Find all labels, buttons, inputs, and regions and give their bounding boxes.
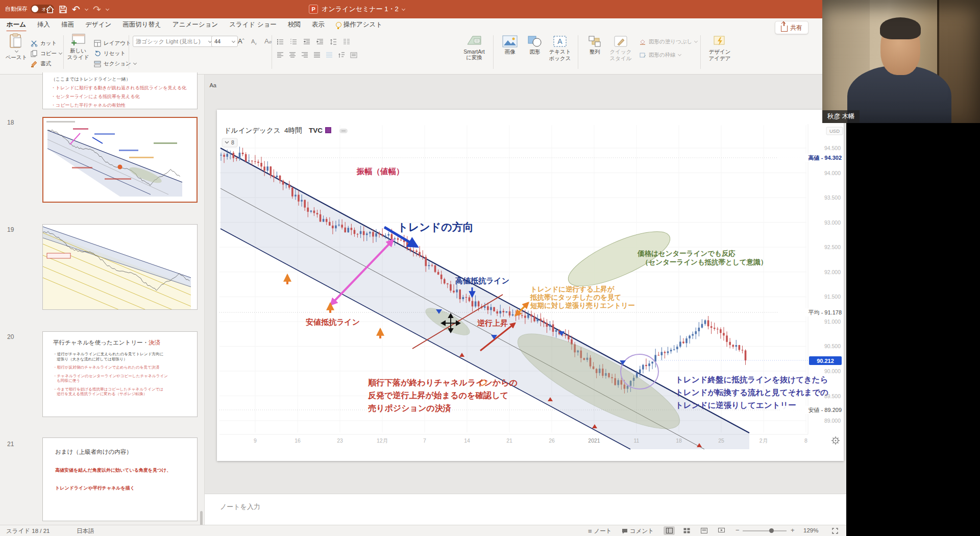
font-size-select[interactable]: 44 xyxy=(211,36,238,47)
align-right-icon[interactable] xyxy=(301,52,308,59)
tab-7[interactable]: 校閲 xyxy=(287,19,301,31)
section-dropdown-icon[interactable] xyxy=(133,61,137,65)
share-button[interactable]: 共有 xyxy=(775,21,808,34)
thumbnail-slide17-partial[interactable]: （ここまではトレンドラインと一緒）・トレンドに順行する動きが跳ね返される抵抗ライ… xyxy=(42,72,198,109)
red-exit-note[interactable]: 順行下落が終わりチャネルラインからの 反発で逆行上昇が始まるのを確認して 売りポ… xyxy=(368,378,518,413)
comments-toggle[interactable]: コメント xyxy=(622,527,654,535)
view-reading-button[interactable] xyxy=(698,526,709,535)
tab-6[interactable]: スライド ショー xyxy=(229,19,277,31)
candle-count-value: 8 xyxy=(231,139,234,145)
decrease-font-button[interactable]: Av xyxy=(251,38,257,45)
trend-direction-label[interactable]: トレンドの方向 xyxy=(397,221,473,233)
font-style-button-Aa[interactable]: Aa xyxy=(210,82,216,88)
title-dropdown-icon[interactable] xyxy=(402,7,405,10)
bullet-list-icon[interactable] xyxy=(277,38,284,45)
arrange-button[interactable]: 整列 xyxy=(583,35,606,56)
low-resistance-label[interactable]: 安値抵抗ライン xyxy=(306,318,360,326)
distribute-icon[interactable] xyxy=(326,52,333,59)
tab-3[interactable]: デザイン xyxy=(85,19,112,31)
indent-decrease-icon[interactable] xyxy=(303,38,310,45)
thumbnail-slide20[interactable]: 平行チャネルを使ったエントリー・決済 ・逆行がチャネルラインに支えられたのを見て… xyxy=(42,331,198,417)
new-slide-button[interactable]: 新しい スライド xyxy=(66,33,90,61)
zoom-in-button[interactable]: + xyxy=(791,527,795,533)
chart-settings-gear-icon[interactable] xyxy=(831,436,840,445)
svg-text:2月: 2月 xyxy=(760,437,768,444)
tab-1[interactable]: 挿入 xyxy=(37,19,51,31)
fit-slide-button[interactable] xyxy=(832,528,838,535)
webcam-tile[interactable]: 秋彦 木幡 xyxy=(822,0,980,123)
zoom-slider-knob[interactable] xyxy=(769,528,774,533)
smartart-label2: に変換 xyxy=(466,54,482,61)
thumbnail-slide21[interactable]: おまけ（上級者向けの内容） 高値安値を結んだ角度以外に効いている角度を見つけ、 … xyxy=(42,437,198,521)
svg-text:92.500: 92.500 xyxy=(824,244,841,250)
insert-image-button[interactable]: 画像 xyxy=(498,35,522,56)
align-left-icon[interactable] xyxy=(277,52,284,59)
align-text-icon[interactable] xyxy=(350,52,357,59)
cut-button[interactable]: カット xyxy=(31,39,57,47)
align-center-icon[interactable] xyxy=(289,52,296,59)
tab-8[interactable]: 表示 xyxy=(311,19,325,31)
notes-pane[interactable]: ノートを入力 xyxy=(205,494,846,525)
amplitude-label[interactable]: 振幅（値幅） xyxy=(356,167,404,176)
candle-count-button[interactable] xyxy=(222,138,237,147)
language-indicator[interactable]: 日本語 xyxy=(77,527,94,535)
smartart-convert-button[interactable]: SmartArt に変換 xyxy=(459,34,489,61)
tab-0[interactable]: ホーム xyxy=(6,19,27,31)
columns-icon[interactable] xyxy=(343,38,350,45)
section-button[interactable]: セクション xyxy=(94,59,136,68)
view-normal-button[interactable] xyxy=(664,526,675,535)
chart-symbol[interactable]: ドルインデックス xyxy=(224,127,281,134)
font-name-select[interactable]: 游ゴシック Light (見出し) xyxy=(133,36,214,47)
slide-canvas[interactable]: 振幅（値幅） トレンドの方向 高値抵抗ライン 安値抵抗ライン 逆行上昇 トレンド… xyxy=(217,110,844,461)
shape-outline-button[interactable]: 図形の枠線 xyxy=(639,51,681,59)
tab-4[interactable]: 画面切り替え xyxy=(122,19,162,31)
tab-2[interactable]: 描画 xyxy=(61,19,75,31)
reset-label: リセット xyxy=(104,50,126,57)
channel-upper-line[interactable] xyxy=(220,148,749,433)
reset-button[interactable]: リセット xyxy=(94,49,126,58)
zoom-slider[interactable] xyxy=(743,530,787,531)
notes-toggle[interactable]: ≡ ノート xyxy=(588,527,612,535)
increase-font-button[interactable]: A^ xyxy=(238,37,244,45)
zoom-out-button[interactable]: − xyxy=(736,527,740,533)
format-painter-button[interactable]: 書式 xyxy=(31,59,51,68)
tab-5[interactable]: アニメーション xyxy=(172,19,218,31)
text-direction-icon[interactable] xyxy=(338,52,345,59)
line-spacing-icon[interactable] xyxy=(330,38,337,45)
numbered-list-icon[interactable] xyxy=(290,38,297,45)
insert-textbox-button[interactable]: A テキスト ボックス xyxy=(547,35,573,62)
copy-button[interactable]: コピー xyxy=(31,49,62,58)
chart-timeframe[interactable]: 4時間 xyxy=(284,127,302,134)
svg-text:売りポジションの決済: 売りポジションの決済 xyxy=(368,403,451,413)
shape-fill-button[interactable]: 図形の塗りつぶし xyxy=(639,37,697,46)
design-ideas-button[interactable]: デザイン アイデア xyxy=(705,35,734,62)
zoom-percentage[interactable]: 129% xyxy=(803,527,818,533)
counter-rise-label[interactable]: 逆行上昇 xyxy=(477,319,508,327)
copy-dropdown-icon[interactable] xyxy=(59,51,62,55)
justify-icon[interactable] xyxy=(313,52,321,59)
average-price-tag: 平均 - 91.178 xyxy=(777,308,844,316)
svg-text:93.000: 93.000 xyxy=(824,220,841,226)
thumbnail-slide19[interactable] xyxy=(42,224,198,310)
design-ideas-icon xyxy=(713,35,726,47)
paste-button[interactable]: ペースト xyxy=(4,33,29,61)
chart-exchange[interactable]: TVC xyxy=(309,127,323,134)
indent-increase-icon[interactable] xyxy=(316,38,324,45)
scissors-icon xyxy=(31,40,38,47)
insert-shapes-button[interactable]: 図形 xyxy=(523,35,547,56)
paste-dropdown-icon[interactable] xyxy=(14,49,18,53)
format-label: 書式 xyxy=(40,60,51,67)
view-grid-button[interactable] xyxy=(681,526,692,535)
clear-format-button[interactable]: A⌀ xyxy=(264,37,272,45)
thumbnail-slide18[interactable] xyxy=(42,117,198,203)
green-centerline-note[interactable]: 価格はセンターラインでも反応 （センターラインも抵抗帯として意識） xyxy=(637,250,767,266)
orange-entry-note[interactable]: トレンドに逆行する上昇が 抵抗帯にタッチしたのを見て 短期に対し逆張り売りエント… xyxy=(530,285,635,309)
navy-reversal-note[interactable]: トレンド終盤に抵抗ラインを抜けてきたら トレンドが転換する流れと見てそれまでの … xyxy=(675,375,828,409)
view-slideshow-button[interactable] xyxy=(716,526,727,535)
high-resistance-label[interactable]: 高値抵抗ライン xyxy=(455,276,509,285)
tab-9[interactable]: 操作アシスト xyxy=(335,19,383,31)
quick-styles-button[interactable]: クイック スタイル xyxy=(607,35,634,62)
layout-button[interactable]: レイアウト xyxy=(94,39,136,47)
slide17-line-0: （ここまではトレンドラインと一緒） xyxy=(51,75,194,84)
document-title-area[interactable]: P オンラインセミナー 1・2 xyxy=(0,0,714,18)
